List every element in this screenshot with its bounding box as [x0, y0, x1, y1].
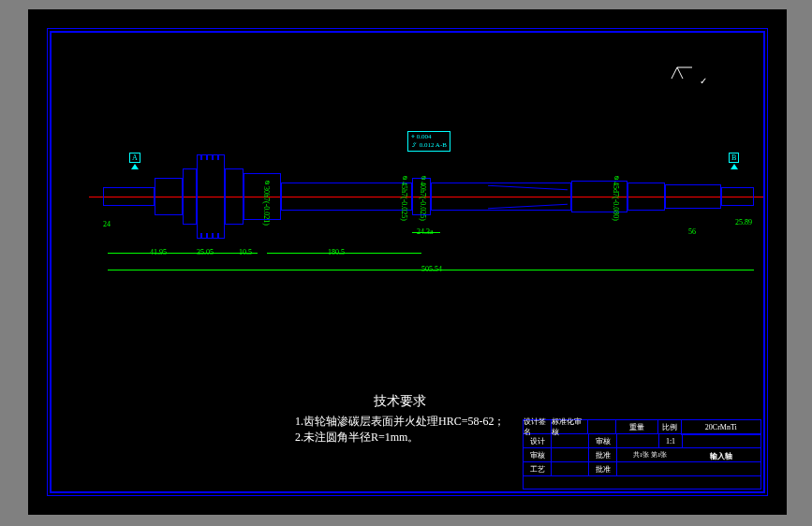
- tb-footer: [524, 476, 683, 490]
- tb-r1c4: 重量: [616, 420, 658, 433]
- tb-r3c3: 批准: [589, 448, 617, 461]
- tb-r4c4: [617, 462, 683, 475]
- shaft-seg-11: [721, 187, 754, 206]
- tb-r3c4: 共1张 第1张: [617, 448, 683, 461]
- dim-25-89: 25.89: [735, 218, 752, 226]
- datum-triangle-a: [131, 164, 139, 169]
- surface-finish-symbol: ✓: [670, 66, 708, 86]
- tech-title: 技术要求: [295, 393, 505, 410]
- tb-r2c5: 1:1: [659, 434, 683, 447]
- surface-finish-text: ✓: [700, 76, 707, 86]
- tol-line-1: ⌖ 0.004: [411, 133, 447, 141]
- dim-40h7: ⌀40h7(-0.025): [419, 173, 427, 221]
- tb-r3c1: 审核: [524, 448, 552, 461]
- tb-material: 20CrMnTi: [682, 420, 760, 433]
- gear-teeth: [197, 154, 225, 239]
- dim-30h7: ⌀30h7(-0.021): [262, 178, 271, 226]
- spline-section: [431, 183, 571, 211]
- tb-r2c2: [552, 434, 589, 447]
- dimline-3: [412, 232, 440, 233]
- drawing-frame-inner: A B ⌖ 0.004 ⫽ 0.012 A-B ⌀30h7(-0.021) ⌀4…: [50, 31, 765, 493]
- datum-triangle-b: [731, 164, 738, 169]
- datum-a-label: A: [129, 153, 140, 163]
- dim-45h7: ⌀45h7(-0.025): [400, 173, 408, 221]
- tech-line-1: 1.齿轮轴渗碳层表面并火处理HRC=58-62；: [295, 414, 505, 430]
- dimline-1: [108, 253, 258, 254]
- tb-partname: 输入轴: [681, 434, 760, 476]
- shaft-seg-10: [665, 184, 721, 209]
- shaft-seg-3: [183, 168, 197, 225]
- tb-r4c1: 工艺: [524, 462, 552, 475]
- shaft-seg-2: [155, 178, 183, 215]
- datum-b-label: B: [729, 153, 739, 163]
- tech-line-2: 2.未注圆角半径R=1mm。: [295, 430, 505, 446]
- tb-r1c5: 比例: [658, 420, 682, 433]
- shaft-seg-1: [103, 187, 155, 206]
- tb-r4c3: 批准: [589, 462, 617, 475]
- tol-line-2: ⫽ 0.012 A-B: [411, 141, 447, 150]
- shaft-seg-9: [627, 183, 665, 211]
- dimline-2: [267, 253, 421, 254]
- shaft-seg-6: [281, 183, 412, 211]
- tb-r2c1: 设计: [524, 434, 552, 447]
- dim-56: 56: [688, 227, 696, 236]
- tb-r2c3: 审核: [589, 434, 617, 447]
- title-block: 设计签名 标准化审核 重量 比例 20CrMnTi 设计 审核 1:1 输入轴 …: [523, 419, 761, 489]
- tech-requirements: 技术要求 1.齿轮轴渗碳层表面并火处理HRC=58-62； 2.未注圆角半径R=…: [295, 393, 505, 446]
- tb-r4c2: [552, 462, 589, 475]
- shaft-seg-4: [225, 168, 244, 225]
- drawing-frame-outer: A B ⌖ 0.004 ⫽ 0.012 A-B ⌀30h7(-0.021) ⌀4…: [47, 28, 768, 496]
- tb-r1c3: [588, 420, 616, 433]
- tolerance-frame: ⌖ 0.004 ⫽ 0.012 A-B: [407, 131, 450, 152]
- tb-r1c2: 标准化审核: [552, 420, 589, 433]
- dim-45d7: ⌀45d7(-0.080): [612, 173, 620, 221]
- cad-canvas: A B ⌖ 0.004 ⫽ 0.012 A-B ⌀30h7(-0.021) ⌀4…: [28, 9, 787, 515]
- tb-r1c1: 设计签名: [524, 420, 552, 433]
- dim-24-left: 24: [103, 220, 111, 228]
- tb-r2c4: [617, 434, 659, 447]
- tb-r3c2: [552, 448, 589, 461]
- dimline-overall: [108, 270, 754, 270]
